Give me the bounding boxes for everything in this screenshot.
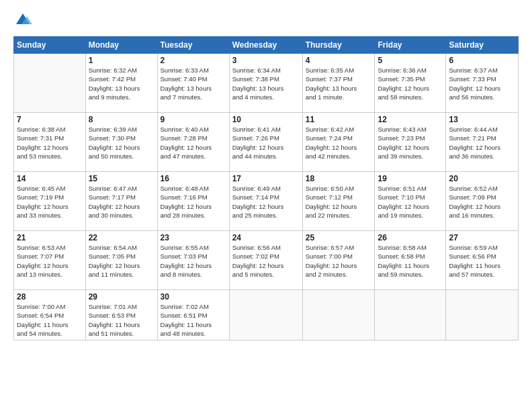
day-info: Sunrise: 6:52 AM Sunset: 7:09 PM Dayligh… (449, 184, 515, 220)
calendar-cell: 11Sunrise: 6:42 AM Sunset: 7:24 PM Dayli… (302, 113, 375, 172)
calendar-cell: 8Sunrise: 6:39 AM Sunset: 7:30 PM Daylig… (85, 113, 157, 172)
header (13, 11, 519, 30)
calendar-cell: 27Sunrise: 6:59 AM Sunset: 6:56 PM Dayli… (446, 231, 519, 290)
day-info: Sunrise: 6:34 AM Sunset: 7:38 PM Dayligh… (232, 66, 300, 101)
day-number: 14 (17, 174, 83, 183)
day-info: Sunrise: 6:37 AM Sunset: 7:33 PM Dayligh… (449, 66, 515, 101)
day-number: 24 (232, 233, 300, 242)
calendar-cell (375, 290, 446, 340)
calendar-cell (229, 290, 302, 340)
day-number: 9 (161, 115, 226, 124)
day-info: Sunrise: 6:56 AM Sunset: 7:02 PM Dayligh… (232, 243, 300, 279)
day-number: 23 (161, 233, 226, 242)
day-info: Sunrise: 6:44 AM Sunset: 7:21 PM Dayligh… (449, 125, 515, 161)
day-number: 26 (378, 233, 443, 242)
day-number: 28 (17, 292, 83, 302)
day-number: 30 (161, 292, 226, 302)
calendar-week-row: 1Sunrise: 6:32 AM Sunset: 7:42 PM Daylig… (14, 54, 519, 113)
calendar-cell: 14Sunrise: 6:45 AM Sunset: 7:19 PM Dayli… (14, 172, 86, 231)
calendar-cell: 23Sunrise: 6:55 AM Sunset: 7:03 PM Dayli… (157, 231, 229, 290)
col-header-friday: Friday (375, 37, 446, 54)
col-header-thursday: Thursday (302, 37, 375, 54)
day-info: Sunrise: 7:02 AM Sunset: 6:51 PM Dayligh… (161, 302, 226, 338)
day-info: Sunrise: 6:36 AM Sunset: 7:35 PM Dayligh… (378, 66, 443, 101)
day-info: Sunrise: 6:51 AM Sunset: 7:10 PM Dayligh… (378, 184, 443, 220)
day-number: 25 (306, 233, 372, 242)
calendar-header-row: SundayMondayTuesdayWednesdayThursdayFrid… (14, 37, 519, 54)
calendar-cell: 21Sunrise: 6:53 AM Sunset: 7:07 PM Dayli… (14, 231, 86, 290)
logo-icon (13, 11, 32, 30)
calendar-cell: 25Sunrise: 6:57 AM Sunset: 7:00 PM Dayli… (302, 231, 375, 290)
day-info: Sunrise: 6:39 AM Sunset: 7:30 PM Dayligh… (89, 125, 154, 161)
calendar-cell: 13Sunrise: 6:44 AM Sunset: 7:21 PM Dayli… (446, 113, 519, 172)
logo (13, 11, 35, 30)
day-number: 10 (232, 115, 300, 124)
calendar-cell: 6Sunrise: 6:37 AM Sunset: 7:33 PM Daylig… (446, 54, 519, 113)
day-number: 16 (161, 174, 226, 183)
day-number: 8 (89, 115, 154, 124)
calendar-cell (14, 54, 86, 113)
calendar-cell (302, 290, 375, 340)
day-info: Sunrise: 6:55 AM Sunset: 7:03 PM Dayligh… (161, 243, 226, 279)
day-info: Sunrise: 6:58 AM Sunset: 6:58 PM Dayligh… (378, 243, 443, 279)
calendar-cell: 24Sunrise: 6:56 AM Sunset: 7:02 PM Dayli… (229, 231, 302, 290)
calendar-week-row: 7Sunrise: 6:38 AM Sunset: 7:31 PM Daylig… (14, 113, 519, 172)
calendar-cell (446, 290, 519, 340)
col-header-tuesday: Tuesday (157, 37, 229, 54)
day-number: 11 (306, 115, 372, 124)
calendar-cell: 17Sunrise: 6:49 AM Sunset: 7:14 PM Dayli… (229, 172, 302, 231)
calendar-cell: 5Sunrise: 6:36 AM Sunset: 7:35 PM Daylig… (375, 54, 446, 113)
col-header-sunday: Sunday (14, 37, 86, 54)
calendar-cell: 15Sunrise: 6:47 AM Sunset: 7:17 PM Dayli… (85, 172, 157, 231)
calendar-cell: 7Sunrise: 6:38 AM Sunset: 7:31 PM Daylig… (14, 113, 86, 172)
day-info: Sunrise: 6:48 AM Sunset: 7:16 PM Dayligh… (161, 184, 226, 220)
calendar-cell: 19Sunrise: 6:51 AM Sunset: 7:10 PM Dayli… (375, 172, 446, 231)
calendar-cell: 29Sunrise: 7:01 AM Sunset: 6:53 PM Dayli… (85, 290, 157, 340)
day-number: 29 (89, 292, 154, 302)
day-info: Sunrise: 6:32 AM Sunset: 7:42 PM Dayligh… (89, 66, 154, 101)
day-number: 21 (17, 233, 83, 242)
calendar-cell: 3Sunrise: 6:34 AM Sunset: 7:38 PM Daylig… (229, 54, 302, 113)
day-number: 6 (449, 56, 515, 65)
day-info: Sunrise: 7:00 AM Sunset: 6:54 PM Dayligh… (17, 302, 83, 338)
day-info: Sunrise: 6:33 AM Sunset: 7:40 PM Dayligh… (161, 66, 226, 101)
calendar-cell: 22Sunrise: 6:54 AM Sunset: 7:05 PM Dayli… (85, 231, 157, 290)
day-number: 20 (449, 174, 515, 183)
day-info: Sunrise: 6:50 AM Sunset: 7:12 PM Dayligh… (306, 184, 372, 220)
calendar-cell: 30Sunrise: 7:02 AM Sunset: 6:51 PM Dayli… (157, 290, 229, 340)
day-info: Sunrise: 6:59 AM Sunset: 6:56 PM Dayligh… (449, 243, 515, 279)
calendar-cell: 1Sunrise: 6:32 AM Sunset: 7:42 PM Daylig… (85, 54, 157, 113)
day-info: Sunrise: 6:45 AM Sunset: 7:19 PM Dayligh… (17, 184, 83, 220)
day-number: 12 (378, 115, 443, 124)
calendar-cell: 2Sunrise: 6:33 AM Sunset: 7:40 PM Daylig… (157, 54, 229, 113)
day-number: 4 (306, 56, 372, 65)
day-number: 17 (232, 174, 300, 183)
calendar-cell: 10Sunrise: 6:41 AM Sunset: 7:26 PM Dayli… (229, 113, 302, 172)
calendar-cell: 26Sunrise: 6:58 AM Sunset: 6:58 PM Dayli… (375, 231, 446, 290)
day-info: Sunrise: 7:01 AM Sunset: 6:53 PM Dayligh… (89, 302, 154, 338)
calendar-cell: 4Sunrise: 6:35 AM Sunset: 7:37 PM Daylig… (302, 54, 375, 113)
day-number: 19 (378, 174, 443, 183)
day-number: 1 (89, 56, 154, 65)
calendar-cell: 18Sunrise: 6:50 AM Sunset: 7:12 PM Dayli… (302, 172, 375, 231)
col-header-wednesday: Wednesday (229, 37, 302, 54)
day-info: Sunrise: 6:54 AM Sunset: 7:05 PM Dayligh… (89, 243, 154, 279)
calendar-cell: 9Sunrise: 6:40 AM Sunset: 7:28 PM Daylig… (157, 113, 229, 172)
day-number: 15 (89, 174, 154, 183)
col-header-saturday: Saturday (446, 37, 519, 54)
day-info: Sunrise: 6:40 AM Sunset: 7:28 PM Dayligh… (161, 125, 226, 161)
day-number: 2 (161, 56, 226, 65)
day-number: 5 (378, 56, 443, 65)
calendar-cell: 28Sunrise: 7:00 AM Sunset: 6:54 PM Dayli… (14, 290, 86, 340)
day-number: 3 (232, 56, 300, 65)
day-number: 7 (17, 115, 83, 124)
calendar-week-row: 28Sunrise: 7:00 AM Sunset: 6:54 PM Dayli… (14, 290, 519, 340)
day-info: Sunrise: 6:35 AM Sunset: 7:37 PM Dayligh… (306, 66, 372, 101)
day-info: Sunrise: 6:43 AM Sunset: 7:23 PM Dayligh… (378, 125, 443, 161)
day-number: 13 (449, 115, 515, 124)
day-info: Sunrise: 6:38 AM Sunset: 7:31 PM Dayligh… (17, 125, 83, 161)
day-info: Sunrise: 6:53 AM Sunset: 7:07 PM Dayligh… (17, 243, 83, 279)
day-number: 18 (306, 174, 372, 183)
day-number: 27 (449, 233, 515, 242)
calendar-week-row: 14Sunrise: 6:45 AM Sunset: 7:19 PM Dayli… (14, 172, 519, 231)
